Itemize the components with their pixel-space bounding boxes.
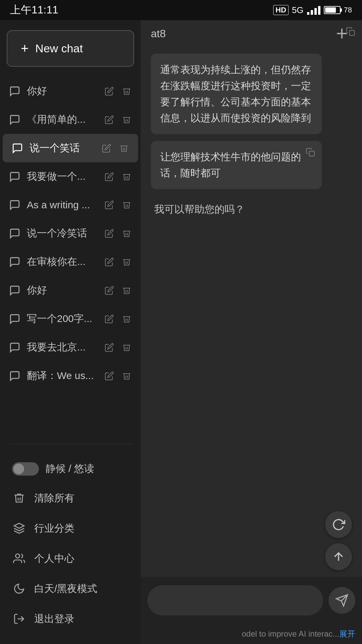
message-2-text: 让您理解技术性牛市的他问题的话，随时都可	[160, 151, 301, 178]
industry-label: 行业分类	[34, 522, 74, 535]
input-area	[141, 577, 362, 624]
chat-title: 写一个200字...	[27, 312, 103, 326]
edit-button[interactable]	[103, 256, 115, 268]
chat-item-5[interactable]: As a writing ...	[0, 191, 141, 219]
industry-item[interactable]: 行业分类	[0, 513, 141, 543]
main-header-title: at8	[151, 28, 166, 40]
theme-icon	[12, 582, 26, 596]
theme-item[interactable]: 白天/黑夜模式	[0, 574, 141, 604]
delete-button[interactable]	[121, 114, 133, 126]
new-chat-button[interactable]: + New chat	[7, 30, 134, 67]
logout-icon	[12, 612, 26, 626]
chat-actions	[103, 85, 133, 97]
chat-actions	[103, 256, 133, 268]
signal-icon	[307, 5, 320, 15]
edit-button[interactable]	[103, 114, 115, 126]
chat-title: As a writing ...	[27, 199, 103, 211]
delete-button[interactable]	[121, 256, 133, 268]
chat-actions	[103, 171, 133, 183]
profile-item[interactable]: 个人中心	[0, 543, 141, 574]
delete-button[interactable]	[121, 284, 133, 297]
battery-percent: 78	[344, 6, 352, 14]
theme-label: 白天/黑夜模式	[34, 582, 97, 596]
chat-item-7[interactable]: 在审核你在...	[0, 248, 141, 276]
chat-bubble-icon	[8, 227, 21, 240]
chat-bubble-icon	[8, 198, 21, 212]
hd-badge: HD	[273, 5, 289, 15]
chat-bubble-icon	[8, 255, 21, 269]
delete-button[interactable]	[121, 227, 133, 239]
chat-bubble-icon	[8, 312, 21, 326]
message-input[interactable]	[147, 585, 323, 615]
battery-indicator: 78	[324, 6, 352, 14]
sidebar: + New chat 你好 《用简单的...	[0, 20, 141, 644]
chat-bubble-icon	[8, 170, 21, 183]
logout-item[interactable]: 退出登录	[0, 604, 141, 634]
edit-button[interactable]	[103, 284, 115, 297]
toggle-label: 静候 / 悠读	[46, 462, 94, 476]
delete-button[interactable]	[121, 199, 133, 211]
edit-button[interactable]	[103, 85, 115, 97]
chat-title: 你好	[27, 84, 103, 98]
network-label: 5G	[292, 5, 304, 15]
copy-button-1[interactable]	[304, 146, 316, 158]
edit-button[interactable]	[103, 341, 115, 354]
chat-title: 我要去北京...	[27, 340, 103, 354]
toggle-switch[interactable]	[12, 462, 39, 476]
sidebar-divider	[8, 444, 133, 444]
chat-item-8[interactable]: 你好	[0, 276, 141, 305]
status-time: 上午11:11	[10, 3, 58, 17]
delete-button[interactable]	[121, 85, 133, 97]
bottom-hint-text: odel to improve AI interac...	[242, 629, 339, 639]
chat-list: 你好 《用简单的...	[0, 73, 141, 437]
svg-rect-1	[311, 10, 313, 15]
chat-item-6[interactable]: 说一个冷笑话	[0, 219, 141, 248]
svg-point-4	[16, 554, 20, 558]
chat-actions	[103, 313, 133, 325]
edit-button[interactable]	[103, 370, 115, 382]
chat-item-11[interactable]: 翻译：We us...	[0, 362, 141, 390]
delete-button[interactable]	[121, 171, 133, 183]
chat-item-1[interactable]: 你好	[0, 77, 141, 105]
delete-button[interactable]	[121, 370, 133, 382]
logout-label: 退出登录	[34, 612, 74, 626]
chat-actions	[103, 370, 133, 382]
edit-button[interactable]	[103, 227, 115, 239]
send-button[interactable]	[328, 587, 355, 614]
float-actions	[325, 511, 352, 570]
app-container: + New chat 你好 《用简单的...	[0, 20, 362, 644]
svg-rect-0	[307, 12, 309, 15]
chat-item-10[interactable]: 我要去北京...	[0, 333, 141, 362]
chat-title: 你好	[27, 283, 103, 297]
edit-button[interactable]	[103, 171, 115, 183]
chat-title: 在审核你在...	[27, 255, 103, 269]
chat-item-9[interactable]: 写一个200字...	[0, 305, 141, 333]
delete-button[interactable]	[121, 313, 133, 325]
chat-item-2[interactable]: 《用简单的...	[0, 105, 141, 134]
bottom-hint: odel to improve AI interac... 展开	[141, 624, 362, 644]
new-chat-label: New chat	[35, 42, 83, 55]
chat-actions	[103, 114, 133, 126]
chat-actions	[103, 341, 133, 354]
expand-link[interactable]: 展开	[339, 629, 355, 639]
clear-all-item[interactable]: 清除所有	[0, 483, 141, 513]
chat-bubble-icon	[8, 113, 21, 126]
chat-item-4[interactable]: 我要做一个...	[0, 162, 141, 191]
delete-button[interactable]	[118, 142, 130, 154]
status-icons: HD 5G 78	[273, 5, 352, 15]
edit-button[interactable]	[101, 142, 113, 154]
chat-bubble-icon	[8, 85, 21, 98]
svg-rect-8	[309, 151, 314, 156]
refresh-button[interactable]	[325, 511, 352, 538]
svg-rect-3	[318, 6, 320, 15]
industry-icon	[12, 521, 26, 535]
scroll-up-button[interactable]	[325, 543, 352, 570]
edit-button[interactable]	[103, 313, 115, 325]
edit-button[interactable]	[103, 199, 115, 211]
profile-label: 个人中心	[34, 552, 74, 566]
delete-button[interactable]	[121, 341, 133, 354]
main-content: at8 通常表现为持续上涨的，但仍然存在涨跌幅度进行这种投资时，一定要了解行情、…	[141, 20, 362, 644]
chat-title: 翻译：We us...	[27, 369, 103, 383]
message-1: 通常表现为持续上涨的，但仍然存在涨跌幅度进行这种投资时，一定要了解行情、公司基本…	[151, 54, 322, 134]
chat-item-3[interactable]: 说一个笑话	[3, 134, 138, 162]
